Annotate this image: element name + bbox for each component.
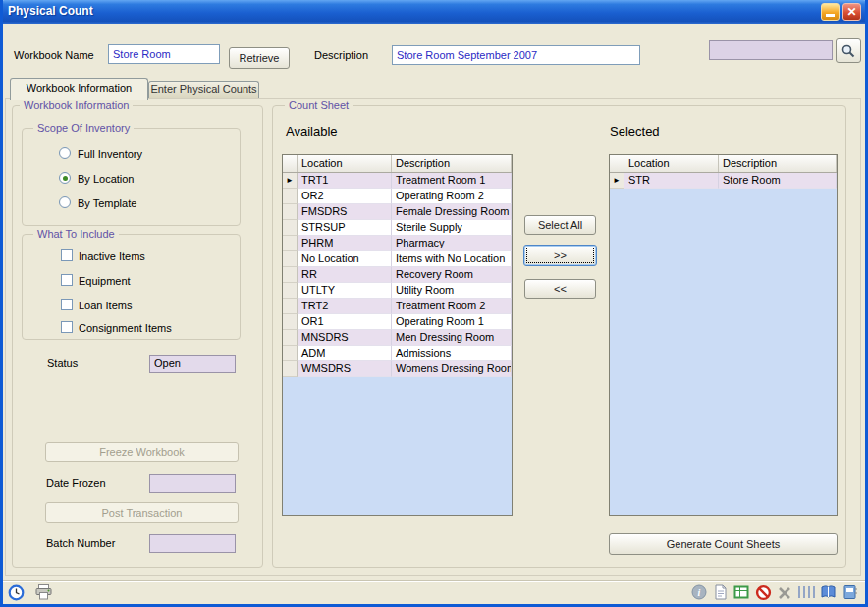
tab-enter-physical-counts[interactable]: Enter Physical Counts: [148, 81, 259, 98]
description-cell[interactable]: Female Dressing Room: [392, 204, 512, 220]
location-cell[interactable]: MNSDRS: [298, 330, 392, 346]
table-row[interactable]: ►TRT1Treatment Room 1: [283, 173, 512, 189]
description-cell[interactable]: Admissions: [392, 346, 512, 361]
description-cell[interactable]: Womens Dressing Room: [392, 361, 512, 377]
row-header-cell[interactable]: [283, 251, 298, 267]
window-title: Physical Count: [8, 4, 93, 18]
close-gray-icon[interactable]: [778, 586, 797, 604]
workbook-information-legend: Workbook Information: [20, 99, 133, 111]
row-header-cell[interactable]: [283, 204, 298, 220]
row-header-cell[interactable]: [283, 346, 298, 361]
description-cell[interactable]: Sterile Supply: [392, 220, 512, 236]
table-row[interactable]: ►STRStore Room: [610, 173, 837, 189]
info-icon[interactable]: i: [691, 584, 711, 602]
table-row[interactable]: No LocationItems with No Location: [283, 251, 512, 267]
row-header-column: [610, 155, 624, 172]
location-cell[interactable]: WMSDRS: [298, 361, 392, 377]
printer-icon[interactable]: [35, 584, 55, 602]
lookup-field: [709, 40, 833, 60]
description-cell[interactable]: Items with No Location: [392, 251, 512, 267]
svg-text:i: i: [698, 587, 701, 598]
location-cell[interactable]: UTLTY: [298, 283, 392, 299]
row-header-cell[interactable]: [283, 330, 298, 346]
description-cell[interactable]: Pharmacy: [392, 236, 512, 251]
book-icon[interactable]: [820, 584, 840, 602]
current-row-marker[interactable]: ►: [610, 173, 624, 189]
row-header-cell[interactable]: [283, 299, 298, 314]
workbook-name-input[interactable]: [108, 44, 220, 64]
description-cell[interactable]: Treatment Room 2: [392, 299, 512, 314]
column-header-location[interactable]: Location: [624, 155, 719, 172]
available-table-header: Location Description: [283, 155, 512, 173]
titlebar[interactable]: Physical Count ✕: [0, 0, 868, 24]
location-cell[interactable]: STRSUP: [298, 220, 392, 236]
workbook-name-label: Workbook Name: [14, 49, 94, 61]
location-cell[interactable]: FMSDRS: [298, 204, 392, 220]
table-row[interactable]: OR2Operating Room 2: [283, 189, 512, 204]
description-label: Description: [314, 49, 368, 61]
table-row[interactable]: RRRecovery Room: [283, 267, 512, 283]
column-header-location[interactable]: Location: [298, 155, 392, 172]
available-table[interactable]: Location Description ►TRT1Treatment Room…: [282, 154, 513, 516]
minimize-button[interactable]: [821, 3, 840, 21]
description-cell[interactable]: Men Dressing Room: [392, 330, 512, 346]
block-icon[interactable]: [755, 584, 775, 602]
table-row[interactable]: STRSUPSterile Supply: [283, 220, 512, 236]
table-row[interactable]: MNSDRSMen Dressing Room: [283, 330, 512, 346]
available-table-body: ►TRT1Treatment Room 1OR2Operating Room 2…: [283, 173, 512, 377]
splitter-bars-icon[interactable]: [796, 584, 816, 602]
location-cell[interactable]: OR1: [298, 314, 392, 330]
retrieve-button[interactable]: Retrieve: [229, 47, 290, 69]
location-cell[interactable]: No Location: [298, 251, 392, 267]
selected-table[interactable]: Location Description ►STRStore Room: [609, 154, 838, 516]
description-cell[interactable]: Utility Room: [392, 283, 512, 299]
location-cell[interactable]: TRT1: [298, 173, 392, 189]
document-icon[interactable]: [713, 584, 732, 602]
close-icon: ✕: [846, 5, 856, 19]
what-to-include-legend: What To Include: [33, 228, 119, 240]
table-row[interactable]: WMSDRSWomens Dressing Room: [283, 361, 512, 377]
statusbar: i: [3, 580, 865, 604]
table-grid-icon[interactable]: [733, 584, 753, 602]
row-header-cell[interactable]: [283, 189, 298, 204]
tab-workbook-information[interactable]: Workbook Information: [10, 78, 148, 100]
description-cell[interactable]: Recovery Room: [392, 267, 512, 283]
table-row[interactable]: ADMAdmissions: [283, 346, 512, 361]
row-header-cell[interactable]: [283, 267, 298, 283]
row-header-column: [283, 155, 298, 172]
selected-table-header: Location Description: [610, 155, 837, 173]
location-cell[interactable]: RR: [298, 267, 392, 283]
close-button[interactable]: ✕: [842, 3, 861, 21]
row-header-cell[interactable]: [283, 361, 298, 377]
scope-of-inventory-legend: Scope Of Inventory: [33, 122, 134, 134]
description-cell[interactable]: Operating Room 1: [392, 314, 512, 330]
minimize-icon: [826, 14, 835, 17]
location-cell[interactable]: STR: [624, 173, 719, 189]
column-header-description[interactable]: Description: [719, 155, 837, 172]
table-row[interactable]: FMSDRSFemale Dressing Room: [283, 204, 512, 220]
selected-table-body: ►STRStore Room: [610, 173, 837, 189]
table-row[interactable]: UTLTYUtility Room: [283, 283, 512, 299]
contacts-book-icon[interactable]: [842, 584, 862, 602]
lookup-button[interactable]: [836, 38, 861, 63]
count-sheet-legend: Count Sheet: [285, 99, 353, 111]
row-header-cell[interactable]: [283, 314, 298, 330]
clock-icon[interactable]: [8, 584, 27, 602]
table-row[interactable]: PHRMPharmacy: [283, 236, 512, 251]
description-cell[interactable]: Treatment Room 1: [392, 173, 512, 189]
description-input[interactable]: [392, 45, 640, 65]
description-cell[interactable]: Store Room: [719, 173, 837, 189]
location-cell[interactable]: ADM: [298, 346, 392, 361]
row-header-cell[interactable]: [283, 283, 298, 299]
table-row[interactable]: TRT2Treatment Room 2: [283, 299, 512, 314]
row-header-cell[interactable]: [283, 236, 298, 251]
row-header-cell[interactable]: [283, 220, 298, 236]
table-row[interactable]: OR1Operating Room 1: [283, 314, 512, 330]
description-cell[interactable]: Operating Room 2: [392, 189, 512, 204]
location-cell[interactable]: TRT2: [298, 299, 392, 314]
current-row-marker[interactable]: ►: [283, 173, 298, 189]
location-cell[interactable]: PHRM: [298, 236, 392, 251]
location-cell[interactable]: OR2: [298, 189, 392, 204]
column-header-description[interactable]: Description: [392, 155, 512, 172]
physical-count-window: Physical Count ✕ Workbook Name Retrieve …: [0, 0, 868, 607]
